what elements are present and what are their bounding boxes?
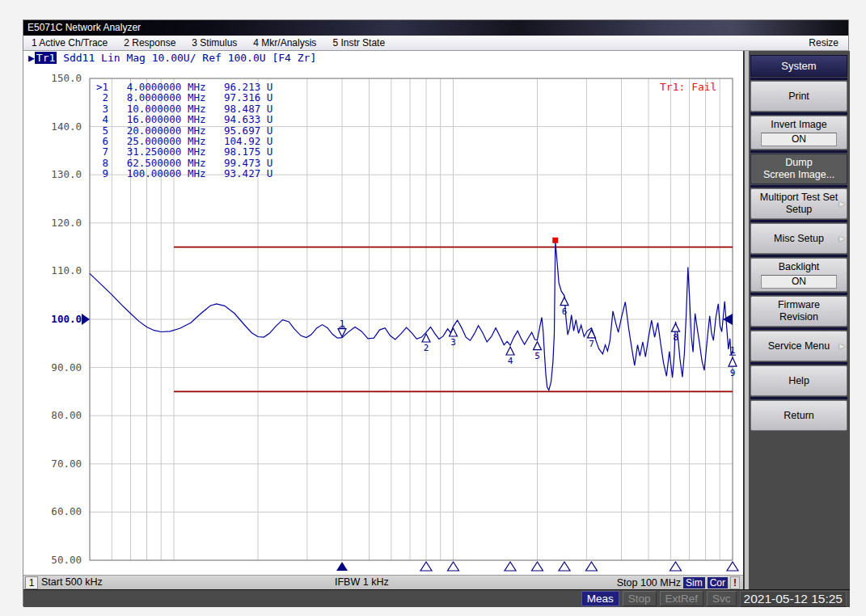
softkey-label: Firmware — [778, 299, 820, 311]
y-axis-label: 110.0 — [25, 265, 82, 276]
softkey-toggle-state: ON — [761, 275, 837, 289]
softkey-button-print[interactable]: Print — [750, 81, 847, 112]
marker-table-row: 9 100.00000 MHz 93.427 U — [96, 168, 272, 179]
window-title: E5071C Network Analyzer — [27, 22, 141, 33]
limit-fail-dot — [552, 238, 558, 243]
y-axis-label: 70.00 — [25, 458, 82, 470]
softkey-label: Misc Setup — [774, 233, 824, 245]
marker-table-row: 3 10.000000 MHz 98.487 U — [96, 103, 272, 114]
softkey-label: Invert Image — [771, 119, 826, 131]
softkey-toggle-state: ON — [761, 133, 837, 146]
softkey-button-misc-setup[interactable]: Misc Setup▶ — [750, 223, 847, 254]
stimulus-marker-active — [336, 562, 348, 571]
softkey-button-invert-image[interactable]: Invert ImageON — [750, 116, 847, 150]
instrument-state-stop: Stop — [623, 591, 657, 606]
marker-number: 3 — [450, 337, 456, 348]
status-badge-cor: Cor — [708, 577, 728, 589]
stimulus-marker — [532, 562, 543, 571]
softkey-button-help[interactable]: Help — [750, 365, 847, 396]
softkey-separator — [750, 255, 847, 257]
submenu-arrow-icon: ▶ — [839, 340, 845, 352]
softkey-button-firmware-revision[interactable]: FirmwareRevision — [750, 296, 847, 327]
softkey-separator — [750, 150, 847, 153]
stimulus-marker — [727, 562, 738, 571]
y-axis-label: 130.0 — [25, 169, 82, 180]
menu-item-active-chtrace[interactable]: 1 Active Ch/Trace — [23, 36, 116, 50]
menu-item-instr-state[interactable]: 5 Instr State — [324, 36, 393, 50]
marker-triangle — [534, 342, 542, 350]
softkey-label: Revision — [779, 311, 818, 323]
marker-number: 6 — [562, 306, 568, 317]
softkey-button-backlight[interactable]: BacklightON — [750, 258, 847, 292]
submenu-arrow-icon: ▶ — [839, 233, 845, 245]
sweep-stop-label: Stop 100 MHz — [617, 577, 681, 589]
status-badge-alert: ! — [730, 576, 740, 589]
marker-table-row: 5 20.000000 MHz 95.697 U — [96, 125, 272, 136]
y-axis-label: 120.0 — [25, 217, 82, 229]
softkey-button-dump-screen-image[interactable]: DumpScreen Image... — [750, 154, 847, 184]
instrument-state-svc: Svc — [707, 591, 737, 606]
title-bar: E5071C Network Analyzer — [23, 20, 848, 36]
softkey-label: Backlight — [779, 261, 820, 273]
menu-item-mkranalysis[interactable]: 4 Mkr/Analysis — [245, 36, 324, 50]
trace-format-text: Sdd11 Lin Mag 10.00U/ Ref 100.0U [F4 Zr] — [57, 52, 316, 64]
marker-number: 9 — [730, 368, 736, 378]
limit-test-result: Tr1: Fail — [660, 81, 716, 93]
marker-number: 8 — [673, 332, 678, 343]
marker-table-row: 8 62.500000 MHz 99.473 U — [96, 158, 272, 168]
softkey-menu-title: System — [750, 55, 847, 77]
marker-top-number: 1 — [730, 345, 736, 356]
softkey-separator — [750, 185, 847, 188]
y-axis-label: 140.0 — [25, 121, 82, 133]
submenu-arrow-icon: ▶ — [839, 198, 845, 210]
softkey-sidebar: System PrintInvert ImageONDumpScreen Ima… — [743, 51, 850, 589]
marker-number: 4 — [508, 356, 513, 366]
chart-area: 1234567819 ▶Tr1 Sdd11 Lin Mag 10.00U/ Re… — [23, 51, 743, 575]
marker-triangle — [671, 323, 679, 331]
menu-item-response[interactable]: 2 Response — [116, 36, 184, 50]
sidebar-gutter[interactable] — [745, 51, 749, 589]
menu-item-stimulus[interactable]: 3 Stimulus — [184, 36, 245, 50]
marker-number: 2 — [424, 343, 429, 353]
ifbw-label: IFBW 1 kHz — [335, 576, 389, 589]
stimulus-marker — [585, 562, 597, 571]
softkey-separator — [750, 327, 847, 330]
softkey-separator — [750, 362, 847, 365]
marker-number: 5 — [534, 351, 540, 361]
y-axis-label: 90.00 — [25, 362, 82, 373]
status-badge-sim: Sim — [683, 577, 705, 589]
channel-status-bar: 1 Start 500 kHz IFBW 1 kHz Stop 100 MHz … — [23, 575, 743, 589]
softkey-separator — [750, 293, 847, 295]
resize-button[interactable]: Resize — [799, 36, 848, 50]
marker-triangle — [506, 347, 514, 355]
softkey-button-multiport-test-set-setup[interactable]: Multiport Test SetSetup▶ — [750, 188, 847, 219]
marker-table-row: >1 4.0000000 MHz 96.213 U — [96, 82, 272, 92]
marker-table-row: 4 16.000000 MHz 94.633 U — [96, 114, 272, 124]
softkey-label: Return — [784, 410, 814, 422]
marker-number: 7 — [589, 339, 594, 349]
marker-table-row: 2 8.0000000 MHz 97.316 U — [96, 92, 272, 103]
instrument-status-bar: MeasStopExtRefSvc2021-05-12 15:25 — [23, 589, 850, 607]
marker-triangle — [587, 330, 595, 338]
softkey-separator — [750, 78, 847, 80]
y-axis-label: 150.0 — [25, 73, 82, 84]
y-axis-label: 60.00 — [25, 506, 82, 517]
softkey-button-return[interactable]: Return — [750, 400, 847, 431]
softkey-label: Screen Image... — [763, 169, 834, 181]
softkey-separator — [750, 397, 847, 399]
marker-table: >1 4.0000000 MHz 96.213 U 2 8.0000000 MH… — [96, 82, 272, 179]
y-axis-label: 80.00 — [25, 410, 82, 421]
clock: 2021-05-12 15:25 — [740, 591, 847, 607]
stimulus-marker — [559, 562, 570, 571]
y-axis-labels: 150.0140.0130.0120.0110.0100.090.0080.00… — [23, 51, 83, 575]
softkey-label: Dump — [785, 157, 812, 169]
stimulus-marker — [505, 562, 516, 571]
softkey-separator — [750, 220, 847, 222]
softkey-label: Print — [788, 91, 809, 103]
channel-number-badge: 1 — [25, 576, 38, 589]
softkey-separator — [750, 112, 847, 115]
marker-table-row: 6 25.000000 MHz 104.92 U — [96, 136, 272, 146]
marker-triangle — [729, 357, 737, 366]
softkey-button-service-menu[interactable]: Service Menu▶ — [750, 331, 847, 361]
stimulus-marker — [670, 562, 681, 571]
